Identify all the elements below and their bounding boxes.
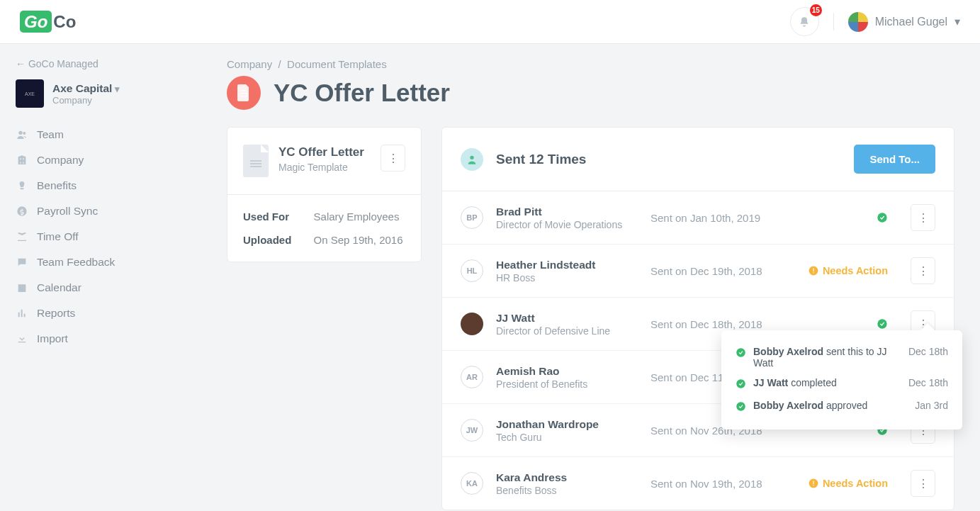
used-for-value: Salary Employees bbox=[314, 210, 405, 223]
back-goco-managed[interactable]: ← GoCo Managed bbox=[16, 58, 167, 69]
chevron-down-icon: ▾ bbox=[115, 84, 120, 94]
crumb-doc-templates[interactable]: Document Templates bbox=[287, 58, 387, 70]
recipient-role: Director of Defensive Line bbox=[496, 325, 638, 337]
row-more-button[interactable]: ⋮ bbox=[911, 257, 935, 284]
recipient-role: Benefits Boss bbox=[496, 485, 638, 496]
recipient-role: President of Benefits bbox=[496, 378, 638, 390]
reports-icon bbox=[16, 308, 28, 319]
row-more-button[interactable]: ⋮ bbox=[911, 204, 935, 231]
team-icon bbox=[16, 129, 28, 140]
alert-icon bbox=[809, 266, 818, 276]
svg-rect-3 bbox=[240, 93, 247, 94]
company-selector[interactable]: AXE Axe Capital▾ Company bbox=[16, 79, 167, 108]
status-needs-action: Needs Action bbox=[809, 478, 888, 489]
app-header: GoCo 15 Michael Gugel ▾ bbox=[0, 0, 980, 44]
breadcrumb: Company / Document Templates bbox=[227, 58, 954, 70]
sent-date: Sent on Dec 19th, 2018 bbox=[650, 265, 796, 277]
activity-date: Jan 3rd bbox=[915, 400, 948, 411]
uploaded-value: On Sep 19th, 2016 bbox=[314, 234, 405, 246]
svg-rect-9 bbox=[813, 272, 813, 273]
recipient-name: Heather Lindsteadt bbox=[496, 259, 638, 271]
check-circle-icon bbox=[736, 347, 746, 360]
nav-item-reports[interactable]: Reports bbox=[16, 301, 167, 326]
notifications-button[interactable]: 15 bbox=[790, 7, 819, 36]
sidebar: ← GoCo Managed AXE Axe Capital▾ Company … bbox=[0, 44, 183, 511]
svg-point-1 bbox=[23, 132, 26, 135]
bell-icon bbox=[799, 16, 810, 28]
company-label: Company bbox=[52, 95, 120, 106]
user-name: Michael Gugel bbox=[875, 16, 947, 28]
sent-date: Sent on Nov 19th, 2018 bbox=[650, 478, 796, 490]
svg-point-15 bbox=[736, 348, 745, 357]
benefits-icon bbox=[16, 180, 28, 191]
recipient-name: Jonathan Wardrope bbox=[496, 418, 638, 431]
import-icon bbox=[16, 333, 28, 344]
sent-date: Sent on Jan 10th, 2019 bbox=[650, 212, 864, 224]
svg-rect-13 bbox=[813, 481, 813, 485]
recipient-row: HLHeather LindsteadtHR BossSent on Dec 1… bbox=[442, 245, 954, 298]
crumb-company[interactable]: Company bbox=[227, 58, 272, 70]
recipient-role: Tech Guru bbox=[496, 432, 638, 443]
page-title: YC Offer Letter bbox=[274, 79, 450, 107]
recipient-role: Director of Movie Operations bbox=[496, 219, 638, 230]
check-circle-icon bbox=[736, 401, 746, 414]
status-ok bbox=[877, 212, 888, 223]
send-to-button[interactable]: Send To... bbox=[854, 145, 935, 174]
time-off-icon bbox=[16, 231, 28, 242]
row-more-button[interactable]: ⋮ bbox=[911, 470, 935, 497]
logo[interactable]: GoCo bbox=[20, 12, 76, 32]
svg-point-16 bbox=[736, 379, 745, 388]
recipient-name: Brad Pitt bbox=[496, 206, 638, 218]
calendar-icon bbox=[16, 282, 28, 293]
activity-item: JJ Watt completedDec 18th bbox=[736, 373, 948, 395]
team-feedback-icon bbox=[16, 257, 28, 268]
activity-date: Dec 18th bbox=[908, 346, 948, 357]
svg-point-0 bbox=[18, 131, 22, 135]
check-circle-icon bbox=[877, 212, 888, 223]
nav-item-calendar[interactable]: Calendar bbox=[16, 275, 167, 301]
document-info-card: YC Offer Letter Magic Template ⋮ Used Fo… bbox=[227, 127, 422, 262]
logo-mark: Go bbox=[20, 11, 52, 33]
notif-badge: 15 bbox=[810, 4, 822, 16]
recipient-name: Aemish Rao bbox=[496, 365, 638, 378]
avatar: BP bbox=[461, 206, 483, 229]
avatar: KA bbox=[461, 472, 483, 495]
status-needs-action: Needs Action bbox=[809, 265, 888, 276]
nav-item-team[interactable]: Team bbox=[16, 122, 167, 147]
avatar: HL bbox=[461, 259, 483, 282]
alert-icon bbox=[809, 478, 818, 488]
sent-date: Sent on Dec 18th, 2018 bbox=[650, 318, 864, 330]
payroll-sync-icon bbox=[16, 206, 28, 217]
nav-item-payroll-sync[interactable]: Payroll Sync bbox=[16, 198, 167, 224]
avatar bbox=[461, 313, 483, 335]
nav-item-team-feedback[interactable]: Team Feedback bbox=[16, 249, 167, 275]
activity-item: Bobby Axelrod approvedJan 3rd bbox=[736, 395, 948, 418]
recipient-row: KAKara AndressBenefits BossSent on Nov 1… bbox=[442, 457, 954, 510]
file-icon bbox=[243, 145, 269, 177]
recipient-name: JJ Watt bbox=[496, 312, 638, 325]
nav-item-import[interactable]: Import bbox=[16, 326, 167, 352]
doc-sub: Magic Template bbox=[278, 162, 371, 173]
avatar: AR bbox=[461, 366, 483, 388]
status-ok bbox=[877, 318, 888, 330]
user-avatar bbox=[848, 12, 868, 32]
doc-name: YC Offer Letter bbox=[278, 145, 371, 160]
list-title: Sent 12 Times bbox=[496, 152, 586, 167]
svg-rect-2 bbox=[240, 90, 246, 91]
sent-list-card: Sent 12 Times Send To... BPBrad PittDire… bbox=[441, 127, 954, 510]
person-icon bbox=[461, 148, 483, 171]
used-for-label: Used For bbox=[243, 210, 314, 223]
uploaded-label: Uploaded bbox=[243, 234, 314, 246]
svg-point-17 bbox=[736, 402, 745, 411]
activity-popover: Bobby Axelrod sent this to JJ WattDec 18… bbox=[721, 330, 962, 429]
svg-point-10 bbox=[877, 319, 886, 328]
avatar: JW bbox=[461, 419, 483, 442]
nav-item-time-off[interactable]: Time Off bbox=[16, 224, 167, 249]
user-menu[interactable]: Michael Gugel ▾ bbox=[848, 12, 960, 32]
check-circle-icon bbox=[736, 378, 746, 391]
nav-item-company[interactable]: Company bbox=[16, 147, 167, 173]
chevron-down-icon: ▾ bbox=[954, 15, 960, 28]
more-button[interactable]: ⋮ bbox=[381, 145, 405, 172]
nav-item-benefits[interactable]: Benefits bbox=[16, 173, 167, 198]
svg-point-6 bbox=[877, 213, 886, 222]
